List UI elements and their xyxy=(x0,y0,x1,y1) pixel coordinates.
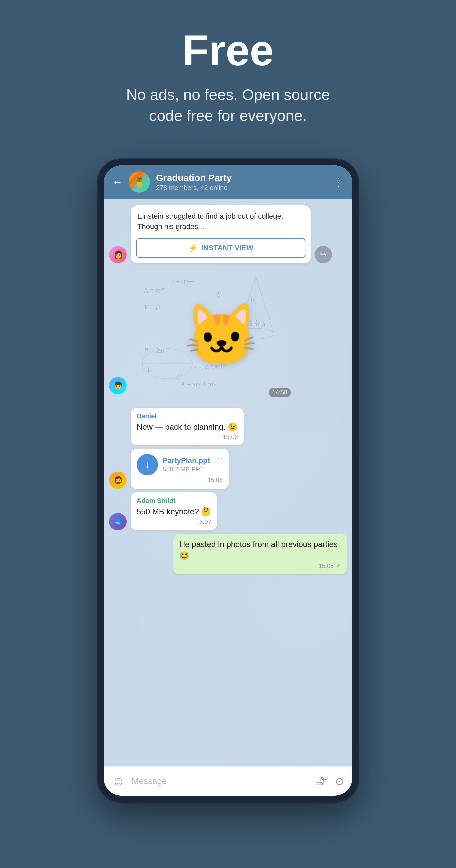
phone-mockup: ← 🍍 Graduation Party 278 members, 42 onl… xyxy=(98,159,358,802)
sent-bubble: He pasted in photos from all previous pa… xyxy=(173,534,347,574)
phone-outer: ← 🍍 Graduation Party 278 members, 42 onl… xyxy=(98,159,358,802)
forward-button[interactable]: ↪ xyxy=(315,246,332,264)
attach-button[interactable]: 🖇 xyxy=(316,774,329,788)
sticker-avatar-row: 👦 xyxy=(109,377,347,394)
chat-body: 👩 Einstein struggled to find a job out o… xyxy=(104,199,352,766)
group-name: Graduation Party xyxy=(156,173,327,183)
file-time: 15:06 xyxy=(208,477,223,484)
message-row-sent: He pasted in photos from all previous pa… xyxy=(109,534,347,574)
message-row-article: 👩 Einstein struggled to find a job out o… xyxy=(109,205,347,264)
file-bubble: ↓ PartyPlan.ppt 550.2 MB PPT ⋯ 15:06 xyxy=(130,449,229,489)
file-menu-button[interactable]: ⋯ xyxy=(215,454,223,463)
lightning-icon: ⚡ xyxy=(188,243,198,253)
article-bubble: Einstein struggled to find a job out of … xyxy=(130,205,311,264)
math-symbol: V = l³ xyxy=(144,304,159,312)
daniel-bubble: Daniel Now — back to planning. 😉 15:06 xyxy=(130,408,244,446)
download-button[interactable]: ↓ xyxy=(136,454,158,475)
math-symbol: A = πr² xyxy=(144,287,163,294)
adam-sender-name: Adam Smidt xyxy=(136,497,211,505)
avatar-placeholder-male1: 👦 xyxy=(109,377,126,394)
camera-button[interactable]: ⊙ xyxy=(335,775,344,787)
avatar-placeholder-male2: 🧔 xyxy=(109,472,126,489)
avatar-male3: 🧢 xyxy=(109,513,126,530)
message-input[interactable]: Message xyxy=(131,772,309,790)
daniel-bubble-meta: 15:06 xyxy=(136,434,238,441)
file-size: 550.2 MB PPT xyxy=(162,466,210,473)
file-info: PartyPlan.ppt 550.2 MB PPT xyxy=(162,456,210,473)
chat-input-bar: ☺ Message 🖇 ⊙ xyxy=(104,766,352,796)
instant-view-label: INSTANT VIEW xyxy=(201,244,253,252)
group-avatar: 🍍 xyxy=(128,171,150,193)
file-bubble-inner: ↓ PartyPlan.ppt 550.2 MB PPT ⋯ 15:06 xyxy=(136,454,223,484)
avatar-male1: 👦 xyxy=(109,377,126,394)
message-row-file: 🧔 ↓ PartyPlan.ppt 550.2 MB PPT ⋯ xyxy=(109,449,347,489)
math-symbol: t = πr— xyxy=(172,277,194,285)
chat-header: ← 🍍 Graduation Party 278 members, 42 onl… xyxy=(104,165,352,199)
adam-message-text: 550 MB keynote? 🤔 xyxy=(136,506,211,518)
hero-section: Free No ads, no fees. Open source code f… xyxy=(0,0,456,146)
sent-bubble-meta: 15:08 ✓ xyxy=(179,562,341,569)
article-bubble-wrapper: Einstein struggled to find a job out of … xyxy=(130,205,311,264)
read-check-icon: ✓ xyxy=(336,562,341,569)
message-row-daniel: Daniel Now — back to planning. 😉 15:06 xyxy=(130,408,347,446)
back-button[interactable]: ← xyxy=(112,177,123,187)
sent-message-text: He pasted in photos from all previous pa… xyxy=(179,538,341,561)
adam-bubble: Adam Smidt 550 MB keynote? 🤔 15:07 xyxy=(130,492,217,530)
file-name: PartyPlan.ppt xyxy=(162,456,210,465)
avatar-placeholder-male3: 🧢 xyxy=(109,513,126,530)
group-members: 278 members, 42 online xyxy=(156,184,327,192)
hero-title: Free xyxy=(33,27,423,74)
emoji-button[interactable]: ☺ xyxy=(112,774,125,788)
article-preview-text: Einstein struggled to find a job out of … xyxy=(130,205,311,238)
avatar-placeholder-female: 👩 xyxy=(109,246,126,264)
hero-subtitle: No ads, no fees. Open source code free f… xyxy=(111,85,345,126)
math-symbol: θ xyxy=(217,291,221,299)
header-menu-button[interactable]: ⋮ xyxy=(333,175,344,189)
daniel-message-time: 15:06 xyxy=(223,434,238,441)
cat-sticker: 🐱 xyxy=(184,305,259,365)
group-avatar-image: 🍍 xyxy=(128,171,150,193)
daniel-sender-name: Daniel xyxy=(136,412,238,420)
file-main-row: ↓ PartyPlan.ppt 550.2 MB PPT ⋯ xyxy=(136,454,223,475)
daniel-message-text: Now — back to planning. 😉 xyxy=(136,421,238,433)
sent-message-time: 15:08 xyxy=(319,562,334,569)
avatar-female: 👩 xyxy=(109,246,126,264)
instant-view-button[interactable]: ⚡ INSTANT VIEW xyxy=(136,238,305,258)
adam-message-time: 15:07 xyxy=(196,519,211,526)
group-info: Graduation Party 278 members, 42 online xyxy=(156,173,327,192)
avatar-male2: 🧔 xyxy=(109,472,126,489)
message-row-adam: 🧢 Adam Smidt 550 MB keynote? 🤔 15:07 xyxy=(109,492,347,530)
file-meta: 15:06 xyxy=(136,477,223,484)
phone-inner: ← 🍍 Graduation Party 278 members, 42 onl… xyxy=(104,165,352,796)
adam-bubble-meta: 15:07 xyxy=(136,519,211,526)
